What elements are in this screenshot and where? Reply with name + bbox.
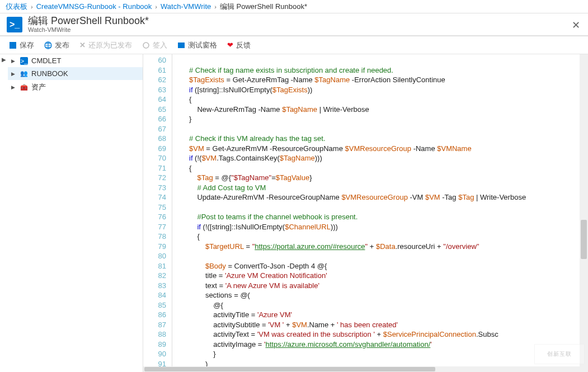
- heart-icon: ❤: [227, 41, 233, 49]
- svg-rect-1: [11, 43, 14, 45]
- publish-label: 发布: [55, 40, 69, 50]
- feedback-label: 反馈: [236, 40, 251, 50]
- checkin-label: 签入: [153, 40, 167, 50]
- svg-point-3: [143, 43, 149, 48]
- sidebar-item-assets[interactable]: ▶ 🧰 资产: [8, 80, 143, 95]
- breadcrumb-current: 编辑 PowerShell Runbook*: [220, 2, 307, 12]
- scroll-thumb[interactable]: [581, 220, 587, 259]
- breadcrumb-link-runbook[interactable]: CreateVMNSG-Runbook - Runbook: [36, 2, 152, 11]
- publish-button[interactable]: 发布: [44, 40, 69, 50]
- runbook-icon: 👥: [20, 70, 28, 78]
- sidebar-item-cmdlet[interactable]: ▶ >_ CMDLET: [8, 54, 143, 67]
- publish-icon: [44, 41, 52, 49]
- asset-icon: 🧰: [20, 83, 28, 91]
- line-gutter: 6061626364656667686970717273747576777879…: [143, 54, 172, 372]
- chevron-right-icon: ›: [155, 3, 157, 10]
- sidebar: ▶ ▶ >_ CMDLET ▶ 👥 RUNBOOK ▶ 🧰 资产: [0, 54, 143, 372]
- code-area[interactable]: # Check if tag name exists in subscripti…: [172, 54, 588, 372]
- blade-header: >_ 编辑 PowerShell Runbook* Watch-VMWrite …: [0, 13, 588, 36]
- scroll-thumb[interactable]: [144, 367, 435, 371]
- testpane-icon: [177, 41, 185, 49]
- page-subtitle: Watch-VMWrite: [28, 26, 149, 33]
- save-icon: [9, 41, 17, 49]
- close-icon: ✕: [79, 41, 86, 49]
- cmdlet-icon: >_: [20, 57, 28, 65]
- close-icon[interactable]: ✕: [572, 19, 580, 31]
- code-editor[interactable]: 6061626364656667686970717273747576777879…: [143, 54, 588, 372]
- sidebar-item-label: RUNBOOK: [31, 69, 68, 78]
- checkin-icon: [142, 41, 150, 49]
- revert-button[interactable]: ✕ 还原为已发布: [79, 40, 132, 50]
- sidebar-item-runbook[interactable]: ▶ 👥 RUNBOOK: [8, 67, 143, 80]
- revert-label: 还原为已发布: [88, 40, 132, 50]
- chevron-right-icon: ▶: [11, 71, 17, 77]
- chevron-right-icon: ▶: [11, 58, 17, 64]
- workspace: ▶ ▶ >_ CMDLET ▶ 👥 RUNBOOK ▶ 🧰 资产 6061626…: [0, 54, 588, 372]
- powershell-icon: >_: [7, 17, 22, 32]
- save-button[interactable]: 保存: [9, 40, 34, 50]
- horizontal-scrollbar[interactable]: [143, 366, 588, 372]
- sidebar-item-label: CMDLET: [31, 56, 61, 65]
- svg-rect-5: [178, 44, 184, 48]
- chevron-right-icon: ›: [214, 3, 217, 10]
- testpane-button[interactable]: 测试窗格: [177, 40, 217, 50]
- testpane-label: 测试窗格: [188, 40, 217, 50]
- sidebar-item-label: 资产: [31, 82, 46, 92]
- save-label: 保存: [20, 40, 34, 50]
- toolbar: 保存 发布 ✕ 还原为已发布 签入 测试窗格 ❤ 反馈: [0, 36, 588, 54]
- watermark-logo: 创新互联: [534, 344, 585, 364]
- breadcrumb: 仪表板 › CreateVMNSG-Runbook - Runbook › Wa…: [0, 0, 588, 13]
- chevron-right-icon: ›: [31, 3, 33, 10]
- vertical-scrollbar[interactable]: [580, 54, 588, 372]
- breadcrumb-link-dashboard[interactable]: 仪表板: [6, 2, 27, 12]
- breadcrumb-link-watch[interactable]: Watch-VMWrite: [161, 2, 211, 11]
- page-title: 编辑 PowerShell Runbook*: [28, 16, 149, 27]
- chevron-right-icon: ▶: [11, 84, 17, 90]
- checkin-button[interactable]: 签入: [142, 40, 167, 50]
- side-rail-collapse[interactable]: ▶: [0, 54, 8, 372]
- feedback-button[interactable]: ❤ 反馈: [227, 40, 251, 50]
